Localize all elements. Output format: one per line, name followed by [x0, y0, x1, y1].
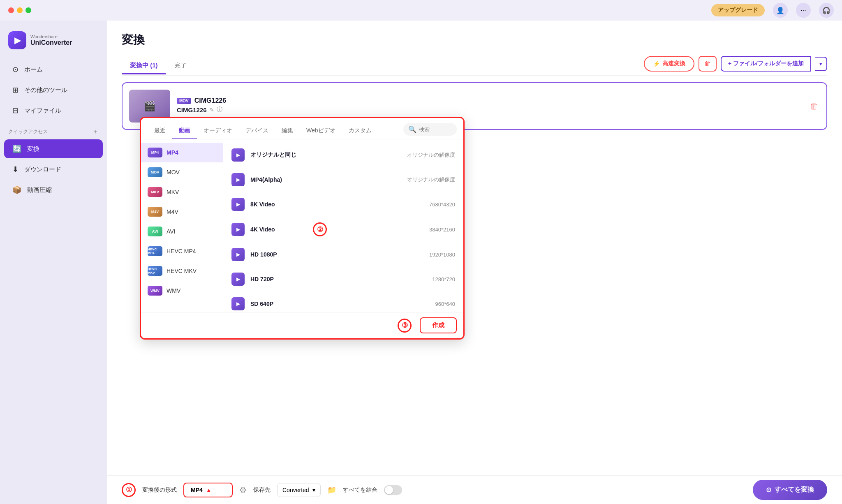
fast-convert-label: 高速変換 — [662, 60, 685, 67]
format-list-item-avi[interactable]: AVI AVI — [141, 222, 223, 241]
format-list-item-m4v[interactable]: M4V M4V — [141, 202, 223, 222]
folder-icon[interactable]: 📁 — [327, 486, 336, 495]
titlebar-right: アップグレード 👤 ··· 🎧 — [711, 3, 834, 18]
format-list-label: MP4 — [167, 149, 178, 156]
sidebar-item-tools[interactable]: ⊞ その他のツール — [4, 81, 103, 99]
format-option-name: MP4(Alpha) — [250, 176, 304, 183]
format-options: ▶ オリジナルと同じ オリジナルの解像度 ▶ MP4(Alpha) オリジナルの… — [223, 139, 463, 312]
sidebar-logo: ▶ Wondershare UniConverter — [0, 27, 107, 59]
fast-convert-button[interactable]: ⚡ 高速変換 — [644, 56, 694, 72]
quick-access-label: クイックアクセス — [8, 128, 48, 135]
format-label: 変換後の形式 — [142, 486, 177, 494]
file-display-name: CIMG1226 — [177, 106, 207, 113]
format-tab-device[interactable]: デバイス — [239, 124, 275, 139]
step2-badge: ② — [313, 222, 327, 236]
format-option-4k[interactable]: ▶ 4K Video ② 3840*2160 — [223, 217, 463, 242]
mov-badge: MOV — [148, 167, 162, 177]
file-info: MOV CIMG1226 CIMG1226 ✎ ⓘ — [177, 97, 802, 115]
format-tab-audio[interactable]: オーディオ — [197, 124, 239, 139]
add-file-dropdown-button[interactable]: ▾ — [815, 57, 827, 71]
format-tab-video[interactable]: 動画 — [172, 124, 197, 139]
format-list-item-mkv[interactable]: MKV MKV — [141, 182, 223, 202]
format-footer: ③ 作成 — [141, 312, 463, 338]
headset-icon[interactable]: 🎧 — [819, 3, 834, 18]
format-option-hd1080[interactable]: ▶ HD 1080P 1920*1080 — [223, 242, 463, 267]
convert-all-label: すべてを変換 — [775, 486, 814, 494]
format-list-item-hevc-mp4[interactable]: HEVC MP4 HEVC MP4 — [141, 241, 223, 261]
format-option-same-as-source[interactable]: ▶ オリジナルと同じ オリジナルの解像度 — [223, 143, 463, 167]
logo-brand: Wondershare — [30, 34, 72, 39]
format-option-icon: ▶ — [231, 297, 245, 310]
format-option-mp4-alpha[interactable]: ▶ MP4(Alpha) オリジナルの解像度 — [223, 167, 463, 192]
format-option-resolution: 3840*2160 — [429, 227, 455, 233]
format-list-label: HEVC MP4 — [167, 248, 196, 254]
settings-icon[interactable]: ⚙ — [239, 485, 247, 495]
search-input[interactable] — [419, 126, 452, 132]
edit-icon[interactable]: ✎ — [209, 106, 214, 113]
add-file-label: + ファイル/フォルダーを追加 — [728, 60, 804, 67]
quick-access-section: クイックアクセス ＋ — [0, 121, 107, 139]
save-location-text: Converted — [282, 487, 309, 493]
format-select-button[interactable]: MP4 ▲ — [183, 483, 233, 497]
upgrade-button[interactable]: アップグレード — [711, 4, 765, 16]
format-list-item-wmv[interactable]: WMV WMV — [141, 281, 223, 301]
delete-button[interactable]: 🗑 — [699, 56, 717, 72]
info-icon[interactable]: ⓘ — [217, 106, 222, 113]
format-list-label: MKV — [167, 189, 179, 195]
wmv-badge: WMV — [148, 286, 162, 296]
sidebar-item-label: ホーム — [24, 66, 43, 74]
save-location-button[interactable]: Converted ▾ — [277, 483, 321, 497]
format-body: MP4 MP4 MOV MOV MKV MKV M4V — [141, 139, 463, 312]
format-list-label: WMV — [167, 287, 180, 294]
format-option-sd640[interactable]: ▶ SD 640P 960*640 — [223, 291, 463, 312]
tab-done[interactable]: 完了 — [166, 58, 195, 74]
create-button[interactable]: 作成 — [420, 317, 457, 333]
format-tab-web[interactable]: Webビデオ — [300, 124, 342, 139]
format-dropdown: 最近 動画 オーディオ デバイス 編集 Webビデオ カスタム 🔍 — [140, 117, 465, 340]
sidebar-item-myfiles[interactable]: ⊟ マイファイル — [4, 101, 103, 120]
format-option-icon: ▶ — [231, 248, 245, 261]
convert-all-button[interactable]: ⊙ すべてを変換 — [753, 480, 827, 500]
mkv-badge: MKV — [148, 187, 162, 197]
close-button[interactable] — [8, 7, 14, 13]
avatar-icon[interactable]: 👤 — [773, 3, 788, 18]
home-icon: ⊙ — [12, 65, 19, 74]
format-tabs: 最近 動画 オーディオ デバイス 編集 Webビデオ カスタム 🔍 — [141, 118, 463, 139]
bottom-bar: ① 変換後の形式 MP4 ▲ ⚙ 保存先 Converted ▾ 📁 すべてを結… — [107, 475, 842, 504]
logo-text: Wondershare UniConverter — [30, 34, 72, 46]
add-file-button[interactable]: + ファイル/フォルダーを追加 — [721, 56, 811, 72]
file-format-badge: MOV — [177, 98, 191, 104]
file-delete-icon[interactable]: 🗑 — [808, 100, 820, 113]
sidebar-item-compress[interactable]: 📦 動画圧縮 — [4, 180, 103, 199]
logo-icon: ▶ — [8, 31, 26, 49]
format-option-8k[interactable]: ▶ 8K Video 7680*4320 — [223, 192, 463, 217]
format-option-hd720[interactable]: ▶ HD 720P 1280*720 — [223, 267, 463, 291]
tab-bar: 変換中 (1) 完了 ⚡ 高速変換 🗑 + ファイル/フォルダーを追加 — [122, 56, 827, 76]
format-option-resolution: 960*640 — [435, 301, 455, 307]
format-tab-recent[interactable]: 最近 — [148, 124, 172, 139]
format-option-icon: ▶ — [231, 273, 245, 286]
format-list-item-hevc-mkv[interactable]: HEVC MKV HEVC MKV — [141, 261, 223, 281]
format-option-name: SD 640P — [250, 301, 304, 307]
format-list-item-mov[interactable]: MOV MOV — [141, 162, 223, 182]
format-tab-custom[interactable]: カスタム — [342, 124, 378, 139]
titlebar-left — [8, 7, 31, 13]
logo-product: UniConverter — [30, 39, 72, 46]
m4v-badge: M4V — [148, 207, 162, 217]
delete-icon: 🗑 — [704, 60, 711, 67]
maximize-button[interactable] — [25, 7, 31, 13]
sidebar-item-download[interactable]: ⬇ ダウンロード — [4, 160, 103, 179]
sidebar-item-convert[interactable]: 🔄 変換 — [4, 139, 103, 158]
sidebar-item-label: 動画圧縮 — [27, 186, 52, 194]
format-tab-edit[interactable]: 編集 — [275, 124, 300, 139]
format-list-item-mp4[interactable]: MP4 MP4 — [141, 143, 223, 162]
minimize-button[interactable] — [17, 7, 23, 13]
sidebar-item-home[interactable]: ⊙ ホーム — [4, 60, 103, 79]
merge-toggle[interactable] — [384, 485, 402, 495]
format-list-label: HEVC MKV — [167, 268, 197, 274]
message-icon[interactable]: ··· — [796, 3, 811, 18]
tab-converting[interactable]: 変換中 (1) — [122, 58, 166, 74]
selected-format-label: MP4 — [191, 487, 203, 493]
download-icon: ⬇ — [12, 165, 19, 174]
quick-access-add-icon[interactable]: ＋ — [92, 127, 99, 136]
